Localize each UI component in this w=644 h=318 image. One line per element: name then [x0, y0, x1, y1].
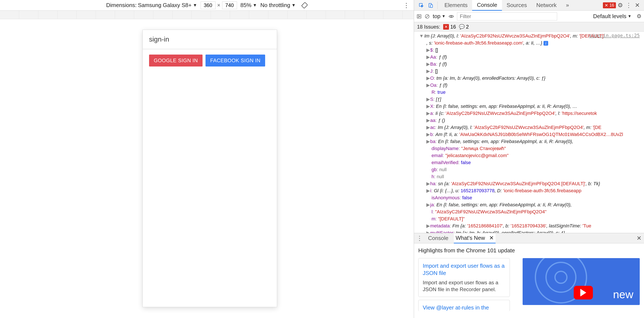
play-icon: [574, 286, 593, 299]
log-prop[interactable]: ▶X: En {l: false, settings: em, app: Fir…: [419, 103, 644, 110]
whatsnew-card[interactable]: View @layer at-rules in the: [418, 300, 510, 311]
card-title: Import and export user flows as a JSON f…: [423, 262, 505, 277]
tab-more[interactable]: »: [561, 0, 574, 11]
console-toolbar: top▼ Default levels▼ ⚙: [414, 11, 644, 22]
log-prop[interactable]: ▶J: []: [419, 68, 644, 75]
kebab-menu-button[interactable]: ⋮: [624, 2, 633, 9]
svg-point-8: [451, 16, 452, 17]
device-toolbar: Dimensions: Samsung Galaxy S8+ ▼ × 85% ▼…: [0, 0, 414, 11]
log-prop: isAnonymous: false: [419, 194, 644, 201]
devtools-tabs: Elements Console Sources Network » ✕16 ⚙…: [414, 0, 644, 11]
chevron-down-icon: ▼: [292, 3, 296, 8]
tab-console[interactable]: Console: [472, 0, 502, 11]
svg-line-7: [426, 15, 428, 18]
divider: [438, 2, 438, 9]
log-prop[interactable]: ▶ha: sn {a: 'AIzaSyC2bF92NsUZWvczw3SAuZl…: [419, 180, 644, 187]
eye-icon: [448, 14, 454, 19]
device-icon: [428, 3, 433, 8]
svg-point-10: [546, 262, 576, 292]
log-prop[interactable]: ▶$: []: [419, 47, 644, 54]
inspect-element-button[interactable]: [416, 1, 426, 10]
log-prop: h: null: [419, 173, 644, 180]
chevron-down-icon: ▼: [442, 14, 446, 19]
info-icon[interactable]: i: [544, 41, 548, 46]
whatsnew-heading: Highlights from the Chrome 101 update: [418, 247, 640, 254]
log-levels-selector[interactable]: Default levels▼: [593, 13, 632, 20]
console-output[interactable]: sign-in.page.ts:25 ▼ Im {J: Array(0), l:…: [414, 32, 644, 233]
expand-icon[interactable]: ▼: [419, 32, 423, 40]
log-prop: R: true: [419, 89, 644, 96]
issues-label: 18 Issues:: [417, 24, 440, 30]
log-prop[interactable]: ▶multiFactor: tm {a: Im, b: Array(0), en…: [419, 229, 644, 233]
page-title: sign-in: [149, 35, 169, 43]
close-drawer-button[interactable]: ✕: [636, 235, 642, 242]
tab-sources[interactable]: Sources: [502, 0, 532, 11]
log-prop[interactable]: ▶S: [ƒ]: [419, 96, 644, 103]
console-settings-button[interactable]: ⚙: [636, 13, 642, 20]
drawer-more-button[interactable]: ⋮: [416, 235, 422, 242]
error-x-icon: ✕: [604, 3, 608, 8]
sidebar-icon: [416, 14, 422, 19]
close-devtools-button[interactable]: ✕: [633, 2, 642, 9]
log-prop: m: "[DEFAULT]": [419, 215, 644, 222]
log-prop: emailVerified: false: [419, 159, 644, 166]
width-input[interactable]: [200, 2, 216, 9]
drawer-tab-console[interactable]: Console: [426, 233, 450, 243]
inspect-icon: [419, 3, 424, 8]
log-prop[interactable]: ▶aa: ƒ (): [419, 117, 644, 124]
whatsnew-card[interactable]: Import and export user flows as a JSON f…: [418, 258, 510, 297]
error-count-badge[interactable]: ✕16: [603, 2, 616, 8]
source-link[interactable]: sign-in.page.ts:25: [589, 32, 640, 39]
svg-rect-3: [430, 5, 432, 8]
issues-bar[interactable]: 18 Issues: ✕16 💬2: [414, 22, 644, 32]
svg-rect-0: [301, 2, 307, 8]
rotate-button[interactable]: [301, 2, 308, 9]
ruler-bar: [0, 11, 414, 19]
throttling-selector[interactable]: No throttling ▼: [260, 2, 296, 9]
facebook-signin-button[interactable]: FACEBOOK SIGN IN: [206, 55, 265, 67]
device-name: Samsung Galaxy S8+: [138, 2, 192, 9]
google-signin-button[interactable]: GOOGLE SIGN IN: [149, 55, 202, 67]
issues-messages-chip: 💬2: [459, 24, 469, 30]
app-body: GOOGLE SIGN IN FACEBOOK SIGN IN: [143, 49, 277, 72]
log-prop[interactable]: ▶ba: En {l: false, settings: em, app: Fi…: [419, 138, 644, 145]
log-prop[interactable]: ▶i: Gl {i: {…}, u: 1652187093778, D: 'io…: [419, 187, 644, 194]
svg-point-11: [555, 271, 567, 283]
more-options-button[interactable]: ⋮: [403, 2, 410, 9]
drawer-tab-whatsnew[interactable]: What's New ✕: [454, 233, 495, 243]
log-prop[interactable]: ▶metadata: Fm {a: '1652186884107', b: '1…: [419, 222, 644, 229]
device-selector[interactable]: Dimensions: Samsung Galaxy S8+ ▼: [106, 2, 197, 9]
height-input[interactable]: [222, 2, 237, 9]
log-prop: l: "AIzaSyC2bF92NsUZWvczw3SAuZlnEjmPFbpQ…: [419, 208, 644, 215]
live-expression-button[interactable]: [448, 14, 454, 19]
log-prop[interactable]: ▶Oa: ƒ (f): [419, 82, 644, 89]
dimensions-label: Dimensions:: [106, 2, 136, 9]
log-prop[interactable]: ▶O: tm {a: Im, b: Array(0), enrolledFact…: [419, 75, 644, 82]
devtools-pane: Elements Console Sources Network » ✕16 ⚙…: [414, 0, 644, 318]
whatsnew-video[interactable]: new: [522, 258, 640, 305]
log-prop: displayName: "Јелица Станојевић": [419, 145, 644, 152]
zoom-selector[interactable]: 85% ▼: [240, 2, 257, 9]
clear-console-button[interactable]: [425, 14, 430, 19]
toggle-sidebar-button[interactable]: [416, 14, 422, 19]
device-mode-pane: Dimensions: Samsung Galaxy S8+ ▼ × 85% ▼…: [0, 0, 414, 318]
dimension-inputs: ×: [200, 2, 237, 9]
context-selector[interactable]: top▼: [433, 13, 446, 20]
settings-button[interactable]: ⚙: [616, 2, 624, 9]
close-tab-icon[interactable]: ✕: [489, 235, 494, 241]
log-prop[interactable]: ▶ja: En {l: false, settings: em, app: Fi…: [419, 201, 644, 208]
whatsnew-panel: Highlights from the Chrome 101 update Im…: [414, 243, 644, 318]
log-prop[interactable]: ▶Aa: ƒ (f): [419, 54, 644, 61]
filter-input[interactable]: [457, 12, 557, 21]
toggle-device-button[interactable]: [426, 1, 435, 10]
tab-elements[interactable]: Elements: [440, 0, 472, 11]
device-viewport: sign-in GOOGLE SIGN IN FACEBOOK SIGN IN: [143, 30, 277, 307]
log-prop[interactable]: ▶ac: Im {J: Array(0), l: 'AIzaSyC2bF92Ns…: [419, 124, 644, 131]
throttling-value: No throttling: [260, 2, 290, 9]
tab-network[interactable]: Network: [532, 0, 561, 11]
log-prop[interactable]: ▶b: Am {f: Ii, a: 'AIwUaOkKdxNASJ91bB0bS…: [419, 131, 644, 138]
log-prop: email: "jelicastanojevicc@gmail.com": [419, 152, 644, 159]
dimension-x: ×: [217, 2, 220, 9]
log-prop[interactable]: ▶Ba: ƒ (f): [419, 61, 644, 68]
log-prop[interactable]: ▶a: Ii {c: 'AIzaSyC2bF92NsUZWvczw3SAuZln…: [419, 110, 644, 117]
